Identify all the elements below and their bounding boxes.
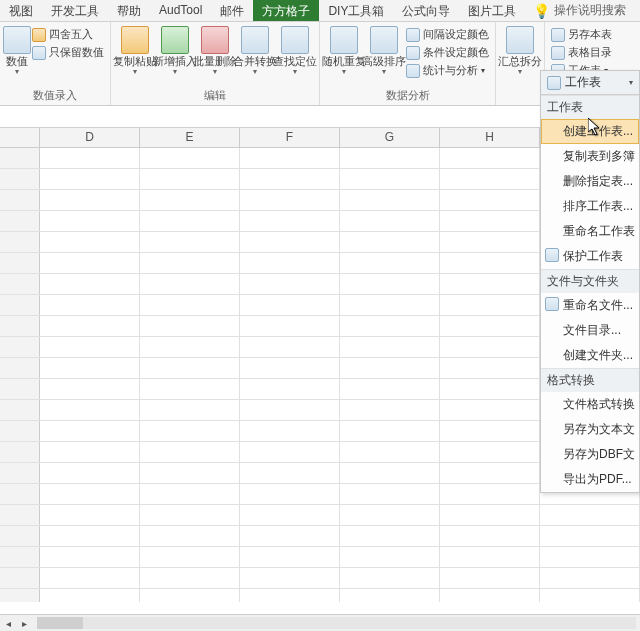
chevron-down-icon: ▾ [342, 68, 346, 76]
group-num-entry: 数值 ▾ 四舍五入 只保留数值 数值录入 [0, 22, 111, 105]
table-row[interactable] [0, 547, 640, 568]
tab-audtool[interactable]: AudTool [150, 0, 211, 21]
group-num-entry-label: 数值录入 [4, 87, 106, 105]
chevron-down-icon: ▾ [253, 68, 257, 76]
tab-dev-tools[interactable]: 开发工具 [42, 0, 108, 21]
col-header-h[interactable]: H [440, 128, 540, 147]
keep-value-icon [32, 46, 46, 60]
menu-delete-sheet[interactable]: 删除指定表... [541, 169, 639, 194]
group-edit-label: 编辑 [115, 87, 315, 105]
chevron-down-icon: ▾ [518, 68, 522, 76]
stats-analysis-button[interactable]: 统计与分析 ▾ [404, 62, 491, 79]
col-header-g[interactable]: G [340, 128, 440, 147]
col-header-e[interactable]: E [140, 128, 240, 147]
menu-file-catalog[interactable]: 文件目录... [541, 318, 639, 343]
tab-help[interactable]: 帮助 [108, 0, 150, 21]
menu-create-worksheet[interactable]: 创建工作表... [541, 119, 639, 144]
chevron-down-icon: ▾ [481, 66, 485, 75]
insert-button[interactable]: 新增插入 ▾ [155, 24, 195, 76]
menu-rename-sheet[interactable]: 重命名工作表 [541, 219, 639, 244]
chevron-down-icon: ▾ [293, 68, 297, 76]
table-row[interactable] [0, 589, 640, 602]
table-row[interactable] [0, 526, 640, 547]
random-button[interactable]: 随机重复 ▾ [324, 24, 364, 76]
chevron-down-icon: ▾ [213, 68, 217, 76]
scrollbar-thumb[interactable] [37, 617, 83, 629]
find-locate-button[interactable]: 查找定位 ▾ [275, 24, 315, 76]
summary-split-icon [506, 26, 534, 54]
summary-split-button[interactable]: 汇总拆分 ▾ [500, 24, 540, 76]
menu-section-files: 文件与文件夹 [541, 269, 639, 293]
group-summary: 汇总拆分 ▾ [496, 22, 545, 105]
keep-value-button[interactable]: 只保留数值 [30, 44, 106, 61]
table-row[interactable] [0, 505, 640, 526]
tab-view[interactable]: 视图 [0, 0, 42, 21]
copy-paste-icon [121, 26, 149, 54]
num-value-icon [3, 26, 31, 54]
rename-files-icon [545, 297, 559, 311]
chevron-down-icon: ▾ [629, 78, 633, 87]
worksheet-menu-root[interactable]: 工作表 ▾ [541, 71, 639, 95]
menu-section-worksheet: 工作表 [541, 95, 639, 119]
round-icon [32, 28, 46, 42]
table-row[interactable] [0, 568, 640, 589]
lightbulb-icon: 💡 [533, 3, 550, 19]
merge-convert-button[interactable]: 合并转换 ▾ [235, 24, 275, 76]
tab-diy-tools[interactable]: DIY工具箱 [319, 0, 393, 21]
num-value-button[interactable]: 数值 ▾ [4, 24, 30, 76]
chevron-down-icon: ▾ [173, 68, 177, 76]
col-header-f[interactable]: F [240, 128, 340, 147]
group-analysis-label: 数据分析 [324, 87, 491, 105]
chevron-down-icon: ▾ [133, 68, 137, 76]
batch-delete-icon [201, 26, 229, 54]
tab-formula[interactable]: 公式向导 [393, 0, 459, 21]
interval-color-icon [406, 28, 420, 42]
chevron-down-icon: ▾ [382, 68, 386, 76]
save-as-table-button[interactable]: 另存本表 [549, 26, 614, 43]
menu-save-as-text[interactable]: 另存为文本文 [541, 417, 639, 442]
group-analysis: 随机重复 ▾ 高级排序 ▾ 间隔设定颜色 条件设定颜色 统计与 [320, 22, 496, 105]
sort-button[interactable]: 高级排序 ▾ [364, 24, 404, 76]
stats-analysis-icon [406, 64, 420, 78]
tab-ffgz[interactable]: 方方格子 [253, 0, 319, 21]
merge-convert-icon [241, 26, 269, 54]
tab-mail[interactable]: 邮件 [211, 0, 253, 21]
menu-rename-files[interactable]: 重命名文件... [541, 293, 639, 318]
random-icon [330, 26, 358, 54]
chevron-down-icon: ▾ [15, 68, 19, 76]
copy-paste-button[interactable]: 复制粘贴 ▾ [115, 24, 155, 76]
sheet-nav-arrows[interactable]: ◂ ▸ [0, 618, 37, 629]
sheet-nav-bar: ◂ ▸ [0, 614, 640, 631]
find-locate-icon [281, 26, 309, 54]
save-as-table-icon [551, 28, 565, 42]
round-button[interactable]: 四舍五入 [30, 26, 106, 43]
sort-icon [370, 26, 398, 54]
menu-copy-to-workbooks[interactable]: 复制表到多簿 [541, 144, 639, 169]
worksheet-dropdown-menu: 工作表 ▾ 工作表 创建工作表... 复制表到多簿 删除指定表... 排序工作表… [540, 70, 640, 493]
cond-color-icon [406, 46, 420, 60]
tab-image[interactable]: 图片工具 [459, 0, 525, 21]
table-catalog-icon [551, 46, 565, 60]
select-all-corner[interactable] [0, 128, 40, 147]
tell-me-label: 操作说明搜索 [554, 2, 626, 19]
menu-section-format: 格式转换 [541, 368, 639, 392]
worksheet-icon [547, 76, 561, 90]
batch-delete-button[interactable]: 批量删除 ▾ [195, 24, 235, 76]
menu-save-as-dbf[interactable]: 另存为DBF文 [541, 442, 639, 467]
interval-color-button[interactable]: 间隔设定颜色 [404, 26, 491, 43]
menu-create-folder[interactable]: 创建文件夹... [541, 343, 639, 368]
insert-icon [161, 26, 189, 54]
menu-sort-sheets[interactable]: 排序工作表... [541, 194, 639, 219]
menu-format-convert[interactable]: 文件格式转换 [541, 392, 639, 417]
protect-sheet-icon [545, 248, 559, 262]
menu-protect-sheet[interactable]: 保护工作表 [541, 244, 639, 269]
group-edit: 复制粘贴 ▾ 新增插入 ▾ 批量删除 ▾ 合并转换 ▾ 查找定位 ▾ [111, 22, 320, 105]
cond-color-button[interactable]: 条件设定颜色 [404, 44, 491, 61]
menu-export-pdf[interactable]: 导出为PDF... [541, 467, 639, 492]
horizontal-scrollbar[interactable] [37, 617, 636, 629]
table-catalog-button[interactable]: 表格目录 [549, 44, 614, 61]
tell-me-search[interactable]: 💡 操作说明搜索 [525, 0, 634, 21]
col-header-d[interactable]: D [40, 128, 140, 147]
